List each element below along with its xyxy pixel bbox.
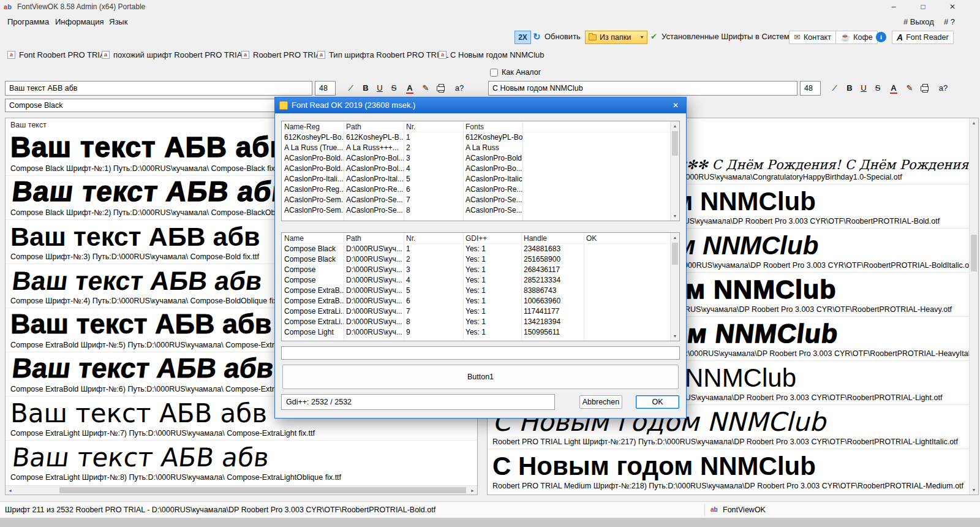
scrollbar-thumb[interactable] [971, 235, 977, 271]
vertical-scrollbar[interactable]: ▲ ▼ [670, 233, 679, 341]
edit-pencil-button[interactable]: ✎ [419, 82, 432, 95]
table-row[interactable]: ACaslonPro-Itali...ACaslonPro-Ital...5AC… [282, 174, 679, 184]
contact-button[interactable]: ✉ Контакт [789, 31, 836, 44]
tab-similar-font[interactable]: aпохожий шрифт Roobert PRO TRIAL [97, 47, 252, 62]
font-reader-button[interactable]: A Font Reader [892, 31, 954, 44]
underline-button[interactable]: U [857, 82, 870, 95]
italic-button[interactable]: ∕ [828, 82, 842, 95]
font-caption: Compose ExtraLight Шрифт-№:8) Путь:D:\00… [10, 473, 477, 482]
col-name-reg[interactable]: Name-Reg [282, 121, 344, 132]
font-info-button[interactable]: a? [451, 82, 468, 95]
font-color-button[interactable]: A [403, 82, 417, 95]
bold-button[interactable]: B [843, 82, 856, 95]
edit-pencil-button[interactable]: ✎ [903, 82, 916, 95]
font-preview-row[interactable]: Ваш текст АБВ абв Compose ExtraLight Шри… [6, 441, 477, 485]
left-sample-input[interactable] [5, 81, 312, 96]
check-icon: ✔ [650, 31, 657, 44]
tab-label: С Новым годом NNMClub [450, 50, 545, 59]
scroll-down-arrow-icon[interactable]: ▼ [970, 485, 978, 495]
table-row[interactable]: ComposeD:\000RUS\куч...4Yes: 1285213334 [282, 275, 679, 286]
col-gdi[interactable]: GDI++ [463, 233, 521, 243]
underline-button[interactable]: U [373, 82, 386, 95]
scroll-up-arrow-icon[interactable]: ▲ [671, 233, 679, 242]
col-nr[interactable]: Nr. [404, 233, 463, 243]
analog-checkbox[interactable] [490, 69, 498, 77]
table-row[interactable]: Compose ExtraLi...D:\000RUS\куч...7Yes: … [282, 306, 679, 317]
scroll-up-arrow-icon[interactable]: ▲ [671, 121, 679, 131]
coffee-button[interactable]: ☕ Кофе [835, 31, 878, 44]
col-path[interactable]: Path [344, 233, 404, 243]
menu-language[interactable]: Язык [109, 15, 127, 29]
col-ok[interactable]: OK [584, 233, 679, 243]
menu-help[interactable]: # ? [944, 15, 955, 29]
envelope-icon: ✉ [794, 31, 801, 44]
refresh-button[interactable]: Обновить [545, 31, 581, 44]
table-row[interactable]: ACaslonPro-Sem...ACaslonPro-Se...8ACaslo… [282, 205, 679, 216]
menu-information[interactable]: Информация [55, 15, 104, 29]
button1[interactable]: Button1 [282, 365, 679, 389]
scroll-left-arrow-icon[interactable]: ◄ [6, 486, 15, 495]
menu-exit[interactable]: # Выход [903, 15, 934, 29]
window-bottom-edge [0, 518, 980, 527]
strikethrough-button[interactable]: S [871, 82, 884, 95]
scrollbar-thumb[interactable] [59, 487, 466, 493]
bold-button[interactable]: B [359, 82, 372, 95]
vertical-scrollbar[interactable]: ▲ ▼ [670, 121, 679, 221]
minimize-button[interactable]: – [881, 0, 907, 13]
cell-nr: 8 [404, 205, 463, 216]
table-row[interactable]: ACaslonPro-Bold...ACaslonPro-Bol...4ACas… [282, 164, 679, 174]
dialog-close-button[interactable]: ✕ [669, 100, 682, 111]
col-name[interactable]: Name [282, 233, 344, 243]
table-row[interactable]: Compose ExtraB...D:\000RUS\куч...5Yes: 1… [282, 286, 679, 296]
ok-button[interactable]: OK [636, 395, 679, 409]
tab-font-type[interactable]: aТип шрифта Roobert PRO TRIAL [312, 47, 454, 62]
scroll-right-arrow-icon[interactable]: ► [468, 486, 477, 495]
maximize-button[interactable]: □ [910, 0, 936, 13]
font-info-button[interactable]: a? [935, 82, 952, 95]
table-row[interactable]: ComposeD:\000RUS\куч...3Yes: 1268436117 [282, 265, 679, 275]
right-sample-input[interactable] [488, 81, 797, 96]
font-preview-row[interactable]: С Новым годом NNMClub Roobert PRO TRIAL … [488, 449, 969, 493]
italic-button[interactable]: ∕ [344, 82, 358, 95]
scroll-down-arrow-icon[interactable]: ▼ [671, 211, 679, 221]
cancel-button[interactable]: Abbrechen [579, 395, 622, 409]
right-font-size-input[interactable] [800, 81, 821, 96]
cell-nr: 7 [404, 195, 463, 205]
left-font-combo[interactable]: Compose Black ▼ [5, 99, 314, 112]
left-font-size-input[interactable] [315, 81, 336, 96]
info-icon[interactable]: i [876, 32, 886, 42]
print-button[interactable] [918, 82, 931, 95]
horizontal-scrollbar[interactable]: ◄ ► [6, 485, 477, 495]
col-path[interactable]: Path [344, 121, 404, 132]
menu-program[interactable]: Программа [7, 15, 49, 29]
col-handle[interactable]: Handle [521, 233, 584, 243]
table-row[interactable]: Compose LightD:\000RUS\куч...9Yes: 11509… [282, 327, 679, 338]
table-row[interactable]: ACaslonPro-Sem...ACaslonPro-Se...7ACaslo… [282, 195, 679, 205]
table-row[interactable]: Compose BlackD:\000RUS\куч...1Yes: 12348… [282, 244, 679, 254]
zoom-2x-button[interactable]: 2X [514, 31, 531, 44]
table-row[interactable]: ACaslonPro-Reg...ACaslonPro-Re...6ACaslo… [282, 184, 679, 195]
scroll-down-arrow-icon[interactable]: ▼ [671, 332, 679, 341]
table-row[interactable]: A La Russ (True...A La Russ+++...2A La R… [282, 143, 679, 153]
scrollbar-thumb[interactable] [672, 243, 678, 265]
close-button[interactable]: ✕ [940, 0, 965, 13]
from-folder-dropdown[interactable]: ▼ [637, 31, 647, 44]
scrollbar-thumb[interactable] [672, 131, 678, 156]
table-row[interactable]: Compose BlackD:\000RUS\куч...2Yes: 12516… [282, 254, 679, 265]
table-row[interactable]: Compose ExtraLi...D:\000RUS\куч...8Yes: … [282, 317, 679, 327]
font-color-button[interactable]: A [887, 82, 900, 95]
col-nr[interactable]: Nr. [404, 121, 463, 132]
tab-new-year[interactable]: aС Новым годом NNMClub [434, 47, 549, 62]
vertical-scrollbar[interactable]: ▲ ▼ [969, 118, 978, 495]
dialog-title-bar[interactable]: Font Read OK 2019 (23608 msek.) ✕ [275, 97, 686, 113]
strikethrough-button[interactable]: S [387, 82, 401, 95]
col-fonts[interactable]: Fonts [463, 121, 522, 132]
from-folder-button[interactable]: Из папки [585, 31, 638, 44]
print-button[interactable] [434, 82, 447, 95]
table-row[interactable]: Compose ExtraB...D:\000RUS\куч...6Yes: 1… [282, 296, 679, 306]
table-row[interactable]: ACaslonPro-Bold...ACaslonPro-Bol...3ACas… [282, 153, 679, 164]
table-row[interactable]: 612KosheyPL-Bo...612KosheyPL-B...1612Kos… [282, 132, 679, 143]
installed-fonts-button[interactable]: Установленные Шрифты в Системе [662, 31, 794, 44]
refresh-icon[interactable]: ↻ [533, 31, 541, 44]
scroll-up-arrow-icon[interactable]: ▲ [970, 118, 978, 127]
